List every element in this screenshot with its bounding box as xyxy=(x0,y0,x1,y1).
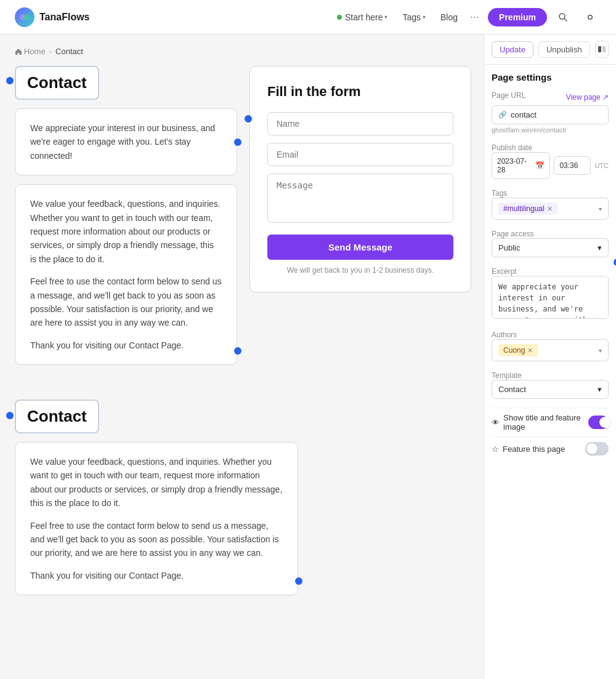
page-url-input[interactable]: 🔗 contact xyxy=(492,105,609,124)
body-text-p3: Thank you for visiting our Contact Page. xyxy=(30,339,222,352)
toggle-knob-2 xyxy=(586,443,598,454)
logo-icon xyxy=(15,7,34,27)
svg-line-3 xyxy=(564,18,567,21)
chevron-down-icon: ▾ xyxy=(598,243,602,252)
node-dot-6 xyxy=(295,577,302,585)
form-title: Fill in the form xyxy=(267,84,453,100)
unpublish-button[interactable]: Unpublish xyxy=(538,41,590,58)
page-title-box-2: Contact xyxy=(15,400,99,433)
update-button[interactable]: Update xyxy=(492,41,533,58)
toggle-panel-button[interactable] xyxy=(595,41,609,58)
time-input[interactable]: 03:36 xyxy=(554,156,591,175)
node-dot-4 xyxy=(245,115,252,123)
page-access-section: Page access Public ▾ xyxy=(492,228,609,257)
date-row: 2023-07-28 📅 03:36 UTC xyxy=(492,152,609,179)
remove-author-button[interactable]: ✕ xyxy=(527,347,533,355)
authors-label: Authors xyxy=(492,331,517,339)
svg-rect-5 xyxy=(602,46,606,52)
nav-blog-label: Blog xyxy=(440,12,458,22)
settings-body: Page settings Page URL View page ↗ 🔗 con… xyxy=(484,65,616,679)
page-access-value: Public xyxy=(498,243,520,252)
tags-section: Tags #multilingual ✕ ▾ xyxy=(492,188,609,220)
excerpt-label: Excerpt xyxy=(492,267,517,276)
node-dot-right xyxy=(614,259,616,266)
nav-dots-icon: ··· xyxy=(470,10,479,23)
link-icon: 🔗 xyxy=(498,111,507,119)
excerpt-section: Excerpt We appreciate your interest in o… xyxy=(492,266,609,321)
body-section-2: We value your feedback, questions, and i… xyxy=(15,442,298,595)
show-title-toggle[interactable] xyxy=(588,416,609,429)
settings-toolbar: Update Unpublish xyxy=(484,34,616,65)
date-input[interactable]: 2023-07-28 📅 xyxy=(492,152,550,179)
template-section: Template Contact ▾ xyxy=(492,370,609,399)
settings-title: Page settings xyxy=(492,72,609,82)
brand-logo[interactable]: TanaFlows xyxy=(15,7,90,27)
nav-tags[interactable]: Tags ▾ xyxy=(396,9,432,26)
tag-value: #multilingual xyxy=(503,204,545,213)
chevron-down-icon: ▾ xyxy=(423,14,426,20)
breadcrumb: Home › Contact xyxy=(15,47,471,56)
publish-date-value: 2023-07-28 xyxy=(497,157,533,174)
page-settings-panel: Update Unpublish Page settings Page URL … xyxy=(484,34,616,679)
nav-tags-label: Tags xyxy=(402,12,421,22)
breadcrumb-home[interactable]: Home xyxy=(15,47,46,56)
view-page-link[interactable]: View page ↗ xyxy=(566,93,609,102)
chevron-down-icon: ▾ xyxy=(598,385,602,394)
intro-section: We appreciate your interest in our busin… xyxy=(15,108,237,175)
premium-button[interactable]: Premium xyxy=(488,8,547,26)
feature-page-label-row: ☆ Feature this page xyxy=(492,444,565,454)
form-note: We will get back to you in 1-2 business … xyxy=(267,266,453,275)
page-access-label: Page access xyxy=(492,230,534,238)
nav-more[interactable]: ··· xyxy=(466,7,483,27)
intro-text: We appreciate your interest in our busin… xyxy=(30,121,222,163)
feature-page-toggle[interactable] xyxy=(585,442,609,456)
page-title: Contact xyxy=(27,73,87,92)
author-chip: Cuong ✕ xyxy=(498,344,538,356)
toggle-knob xyxy=(599,417,610,428)
breadcrumb-current: Contact xyxy=(55,47,83,56)
page-access-select[interactable]: Public ▾ xyxy=(492,238,609,257)
tags-container[interactable]: #multilingual ✕ ▾ xyxy=(492,198,609,220)
send-message-button[interactable]: Send Message xyxy=(267,235,453,260)
breadcrumb-home-label: Home xyxy=(24,47,46,56)
name-input[interactable] xyxy=(267,112,453,135)
node-dot-2 xyxy=(234,139,241,146)
body-text2-p3: Thank you for visiting our Contact Page. xyxy=(30,569,283,582)
eye-icon: 👁 xyxy=(492,418,500,427)
show-title-label: Show title and feature image xyxy=(503,413,588,432)
theme-toggle-button[interactable] xyxy=(579,6,601,28)
timezone-label: UTC xyxy=(594,162,609,169)
publish-time-value: 03:36 xyxy=(559,161,578,170)
node-dot-3 xyxy=(234,347,241,355)
navbar: TanaFlows Start here ▾ Tags ▾ Blog ··· P… xyxy=(0,0,616,34)
search-button[interactable] xyxy=(552,6,574,28)
template-select[interactable]: Contact ▾ xyxy=(492,380,609,399)
body-text: We value your feedback, questions, and i… xyxy=(30,197,222,352)
url-full: ghostfam.win/en/contact/ xyxy=(492,126,609,134)
nav-blog[interactable]: Blog xyxy=(434,9,464,26)
calendar-icon: 📅 xyxy=(535,161,545,170)
body-section: We value your feedback, questions, and i… xyxy=(15,184,237,365)
nav-start-here[interactable]: Start here ▾ xyxy=(331,9,394,26)
email-input[interactable] xyxy=(267,143,453,166)
page-title-2: Contact xyxy=(27,407,87,425)
star-icon: ☆ xyxy=(492,444,499,454)
message-input[interactable] xyxy=(267,174,453,223)
node-dot-1 xyxy=(6,77,14,84)
body-text-2: We value your feedback, questions, and i… xyxy=(30,455,283,582)
page-title-box: Contact xyxy=(15,66,99,100)
show-title-label-row: 👁 Show title and feature image xyxy=(492,413,588,432)
template-value: Contact xyxy=(498,385,526,394)
tag-chip: #multilingual ✕ xyxy=(498,203,557,215)
authors-chevron-icon: ▾ xyxy=(599,347,602,354)
excerpt-textarea[interactable]: We appreciate your interest in our busin… xyxy=(492,276,609,319)
authors-container[interactable]: Cuong ✕ ▾ xyxy=(492,339,609,361)
breadcrumb-separator: › xyxy=(49,47,52,56)
remove-tag-button[interactable]: ✕ xyxy=(547,205,553,213)
nav-links: Start here ▾ Tags ▾ Blog ··· Premium xyxy=(331,6,601,28)
url-value: contact xyxy=(511,110,537,119)
page-url-label: Page URL xyxy=(492,91,525,100)
tags-chevron-icon: ▾ xyxy=(599,206,602,212)
node-dot-5 xyxy=(6,412,14,419)
chevron-down-icon: ▾ xyxy=(384,14,387,20)
